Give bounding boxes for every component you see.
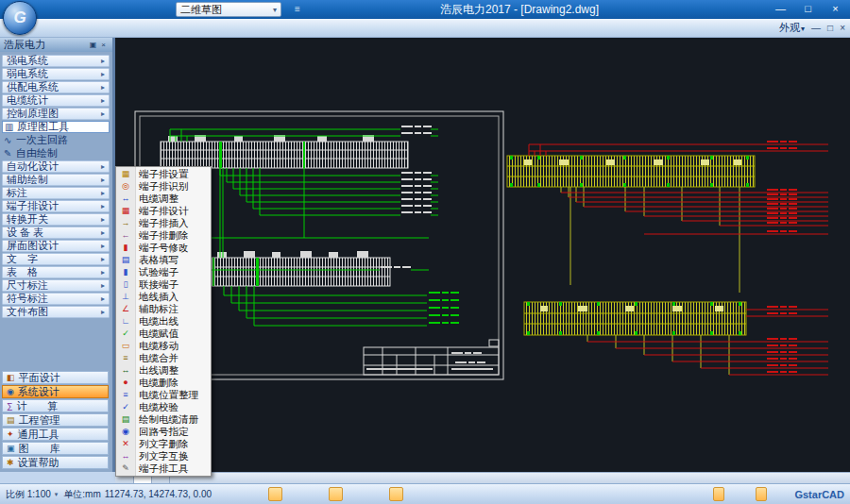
status-toggle-icon[interactable] [434, 487, 449, 501]
pin-icon[interactable]: ▣ [88, 41, 98, 49]
sidebar-category-button[interactable]: ▣ 图 库 [2, 442, 109, 455]
app-logo-icon[interactable]: G [3, 1, 37, 35]
sidebar-item[interactable]: 供配电系统 ▸ [2, 81, 110, 93]
menu-item-label: 电缆出线 [135, 315, 178, 328]
status-toggle-icon[interactable] [359, 487, 373, 501]
maximize-button[interactable]: □ [794, 0, 822, 18]
sidebar-item[interactable]: ✎ 自由绘制 [2, 147, 110, 160]
context-menu-item[interactable]: ◎ 端子排识别 [116, 180, 211, 193]
menu-item-icon: ≡ [116, 389, 135, 401]
context-menu-item[interactable]: ✕ 列文字删除 [116, 438, 211, 450]
sidebar-item[interactable]: 转换开关 ▸ [2, 213, 110, 226]
sidebar-item[interactable]: 文 字 ▸ [2, 253, 110, 265]
sidebar-item[interactable]: 强电系统 ▸ [2, 55, 110, 67]
status-toggle-icon[interactable] [298, 487, 313, 501]
context-menu-item[interactable]: ∠ 辅助标注 [116, 303, 211, 315]
status-toggle-icon[interactable] [329, 487, 343, 501]
context-menu-item[interactable]: ▦ 端子排设置 [116, 168, 211, 180]
context-menu-item[interactable]: ● 电缆删除 [116, 377, 211, 389]
status-toggle-icon[interactable] [404, 487, 418, 501]
context-menu-item[interactable]: ⊥ 地线插入 [116, 291, 211, 303]
context-menu-item[interactable]: ← 端子排删除 [116, 229, 211, 242]
context-menu-item[interactable]: → 端子排插入 [116, 217, 211, 229]
status-toggle-icon[interactable] [223, 487, 237, 501]
doc-minimize-button[interactable]: — [811, 23, 821, 33]
sidebar-item[interactable]: 尺寸标注 ▸ [2, 279, 110, 292]
sidebar-item[interactable]: 标注 ▸ [2, 187, 110, 199]
sidebar-item[interactable]: 屏面图设计 ▸ [2, 240, 110, 252]
status-toggle-icon[interactable] [374, 487, 388, 501]
doc-close-button[interactable]: × [840, 23, 845, 33]
context-menu-item[interactable]: ✎ 端子排工具 [116, 462, 211, 475]
cursor-coordinates: 11274.73, 14274.73, 0.00 [105, 489, 212, 499]
status-toggle-icon[interactable] [268, 487, 282, 501]
sidebar-item[interactable]: 文件布图 ▸ [2, 306, 110, 318]
status-toggle-icon[interactable] [419, 487, 434, 501]
status-toggle-icon[interactable] [450, 487, 464, 501]
menu-item-icon: ◉ [116, 426, 135, 438]
green-wire-labels-green [429, 292, 459, 324]
drawing-canvas[interactable] [115, 38, 850, 472]
window-title: 浩辰电力2017 - [Drawing2.dwg] [302, 0, 737, 19]
context-menu-item[interactable]: ▮ 试验端子 [116, 266, 211, 278]
status-toggle-icon[interactable] [389, 487, 403, 501]
sidebar-item-label: 屏面图设计 [7, 239, 59, 253]
status-toggle-icon[interactable] [283, 487, 298, 501]
sidebar-item[interactable]: 电缆统计 ▸ [2, 94, 110, 107]
scale-indicator[interactable]: 比例 1:100 [6, 488, 51, 501]
context-menu-item[interactable]: ▯ 联接端子 [116, 278, 211, 291]
context-menu-item[interactable]: ▭ 电缆移动 [116, 340, 211, 352]
menu-item-label: 端子排插入 [135, 217, 189, 230]
context-menu-item[interactable]: ≡ 电缆合并 [116, 352, 211, 364]
mode-toggle-button[interactable] [756, 487, 767, 501]
context-menu-item[interactable]: ✓ 电缆校验 [116, 401, 211, 413]
context-menu-item[interactable]: ↔ 列文字互换 [116, 450, 211, 462]
sidebar-category-button[interactable]: ✱ 设置帮助 [2, 456, 109, 469]
sidebar-item[interactable]: 表 格 ▸ [2, 266, 110, 278]
sidebar-category-button[interactable]: ✦ 通用工具 [2, 428, 109, 441]
sidebar-item[interactable]: 控制原理图 ▸ [2, 108, 110, 120]
sidebar-item[interactable]: 设 备 表 ▸ [2, 227, 110, 239]
context-menu-item[interactable]: ↔ 电缆调整 [116, 193, 211, 205]
close-button[interactable]: × [822, 0, 849, 18]
mode-toggle-button[interactable] [741, 487, 753, 501]
context-menu-item[interactable]: ▤ 表格填写 [116, 254, 211, 266]
status-toggle-icon[interactable] [253, 487, 267, 501]
sidebar-category-button[interactable]: ∑ 计 算 [2, 399, 109, 412]
status-toggle-icon[interactable] [238, 487, 252, 501]
close-icon[interactable]: × [98, 41, 109, 49]
workspace-selector[interactable]: 二维草图 ▾ [176, 2, 281, 17]
menu-item-icon: ∟ [116, 315, 135, 328]
sidebar-category-button[interactable]: ◉ 系统设计 [2, 385, 109, 398]
status-toggle-icon[interactable] [344, 487, 358, 501]
context-menu-item[interactable]: ✓ 电缆赋值 [116, 328, 211, 340]
sidebar-item[interactable]: ▥ 原理图工具 [2, 121, 110, 133]
category-icon: ◧ [7, 373, 15, 382]
doc-restore-button[interactable]: □ [827, 23, 833, 33]
mode-toggle-button[interactable] [727, 487, 739, 501]
sidebar-item[interactable]: 自动化设计 ▸ [2, 160, 110, 173]
appearance-dropdown[interactable]: 外观▾ [779, 21, 805, 35]
toolbar-overflow-icon[interactable]: ≡ [295, 4, 300, 14]
category-label: 设置帮助 [18, 456, 60, 470]
context-menu-item[interactable]: ≡ 电缆位置整理 [116, 389, 211, 401]
context-menu-item[interactable]: ∟ 电缆出线 [116, 315, 211, 328]
category-icon: ✦ [7, 429, 14, 439]
sidebar-item[interactable]: 符号标注 ▸ [2, 293, 110, 305]
category-icon: ∑ [7, 401, 12, 411]
context-menu-item[interactable]: ▦ 端子排设计 [116, 205, 211, 217]
sidebar-item[interactable]: 弱电系统 ▸ [2, 68, 110, 80]
sidebar-item[interactable]: ∿ 一次主回路 [2, 134, 110, 146]
context-menu-item[interactable]: ↔ 出线调整 [116, 364, 211, 377]
sidebar-category-button[interactable]: ▤ 工程管理 [2, 413, 109, 427]
sidebar-item[interactable]: 辅助绘制 ▸ [2, 174, 110, 186]
sidebar-category-button[interactable]: ◧ 平面设计 [2, 371, 109, 384]
minimize-button[interactable]: — [767, 0, 794, 18]
menu-item-label: 试验端子 [135, 266, 178, 279]
sidebar-item[interactable]: 端子排设计 ▸ [2, 200, 110, 212]
context-menu-item[interactable]: ◉ 回路号指定 [116, 426, 211, 438]
status-toggle-icon[interactable] [314, 487, 328, 501]
context-menu-item[interactable]: ▤ 绘制电缆清册 [116, 413, 211, 426]
mode-toggle-button[interactable] [713, 487, 724, 501]
context-menu-item[interactable]: ▮ 端子号修改 [116, 242, 211, 254]
